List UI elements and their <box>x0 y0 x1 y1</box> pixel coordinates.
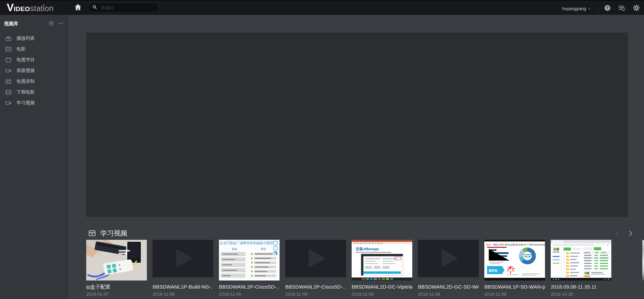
video-thumbnail[interactable]: 企业IT面临广域网变革的挑战与期望 挑战 期望 <box>219 240 280 281</box>
topbar-divider <box>598 4 598 13</box>
svg-text:$822.8M: $822.8M <box>524 256 531 258</box>
user-menu[interactable]: huyangyang <box>560 6 593 11</box>
video-thumbnail[interactable]: IDC：将近 65% 的企业将在未来18个月向SDWAN迁移 Total Mar… <box>484 240 545 281</box>
sidebar-item-tv-recordings[interactable]: REC 电视录制 <box>0 76 68 87</box>
video-card[interactable]: 安装vManage BBSDWANL2D-GC-Viptela… 2018-11… <box>352 240 412 297</box>
video-thumbnail[interactable] <box>153 240 213 277</box>
sidebar-item-label: 家庭视频 <box>17 68 35 74</box>
sidebar: 视频库 播放列表 电影 电视节目 家庭视频 REC 电视录制 下载电 <box>0 15 68 299</box>
video-card[interactable]: BBSDWANL2D-GC-SD-WA… 2018-11-08 <box>418 240 479 297</box>
video-date: 2019-01-07 <box>86 292 147 297</box>
sidebar-item-label: 电视节目 <box>17 57 35 63</box>
video-card[interactable]: BBSDWANL1P-Build-NG-… 2018-11-08 <box>153 240 213 297</box>
search-box[interactable] <box>88 3 159 13</box>
video-date: 2018-11-08 <box>352 292 412 297</box>
help-icon: ? <box>604 4 611 13</box>
library-title: 视频库 <box>4 21 46 27</box>
carousel-prev-button[interactable] <box>613 230 622 238</box>
video-card[interactable]: BBSDWANL2P-CiscoSD-… 2018-11-08 <box>285 240 346 297</box>
camcorder-icon <box>5 99 12 107</box>
tv-icon <box>5 56 12 64</box>
video-title[interactable]: BBSDWANL1P-Build-NG-… <box>153 284 213 290</box>
video-date: 2018-11-08 <box>285 292 346 297</box>
video-title[interactable]: BBSDWANL2P-CiscoSD-… <box>285 284 346 290</box>
video-date: 2018-11-08 <box>418 292 479 297</box>
video-card[interactable]: ip盒子配置 2019-01-07 <box>86 240 147 297</box>
sidebar-item-label: 学习视频 <box>17 100 35 106</box>
video-title[interactable]: BBSDWANL2D-GC-Viptela… <box>352 284 412 290</box>
movie-icon <box>5 88 12 96</box>
home-button[interactable] <box>72 2 84 14</box>
svg-text:65%: 65% <box>489 268 497 273</box>
sidebar-item-downloaded-movies[interactable]: 下载电影 <box>0 87 68 98</box>
video-title[interactable]: ip盒子配置 <box>86 284 147 290</box>
carousel-next-button[interactable] <box>626 230 635 238</box>
tv-rec-icon: REC <box>5 78 12 85</box>
topbar-right-cluster: huyangyang ? <box>560 1 641 15</box>
logo-red-dot: i <box>43 4 44 13</box>
svg-text:挑战: 挑战 <box>231 248 237 251</box>
svg-text:Total Market: Total Market <box>523 254 532 256</box>
settings-button[interactable] <box>631 3 641 13</box>
sidebar-item-label: 电影 <box>17 46 26 52</box>
video-thumbnail[interactable] <box>551 240 611 281</box>
svg-text:IDC：将近 65% 的企业将在未来18个月向SDWAN迁移: IDC：将近 65% 的企业将在未来18个月向SDWAN迁移 <box>486 243 545 246</box>
logo-station: station <box>30 4 54 13</box>
app-logo: VIDEOstation <box>7 2 54 13</box>
queue-icon <box>618 4 626 13</box>
svg-text:期望: 期望 <box>261 248 266 251</box>
video-carousel: ip盒子配置 2019-01-07 BBSDWANL1P-Build-NG-… … <box>86 240 611 297</box>
sidebar-item-home-videos[interactable]: 家庭视频 <box>0 65 68 76</box>
svg-text:▲ 83.5%: ▲ 83.5% <box>524 258 530 260</box>
chevron-left-icon <box>614 230 621 238</box>
collection-box-icon <box>88 229 96 237</box>
home-icon <box>74 3 82 13</box>
svg-text:安装vManage: 安装vManage <box>356 247 379 251</box>
video-thumbnail[interactable] <box>86 240 147 281</box>
video-thumbnail[interactable] <box>285 240 346 277</box>
video-date: 2018-11-08 <box>484 292 545 297</box>
svg-text:企业IT面临广域网变革的挑战与期望: 企业IT面临广域网变革的挑战与期望 <box>220 241 273 245</box>
add-library-button[interactable] <box>47 20 55 28</box>
sidebar-item-label: 电视录制 <box>17 78 35 84</box>
caret-down-icon <box>588 6 591 11</box>
library-more-button[interactable] <box>57 20 65 28</box>
svg-text:REC: REC <box>7 81 10 83</box>
video-title[interactable]: BBSDWANL2D-GC-SD-WA… <box>418 284 479 290</box>
movie-icon <box>5 45 12 53</box>
camcorder-icon <box>5 67 12 74</box>
video-title[interactable]: BBSDWANL1P-SD-WAN-p… <box>484 284 545 290</box>
video-title[interactable]: BBSDWANL2P-CiscoSD-… <box>219 284 280 290</box>
more-dots-icon <box>58 21 64 28</box>
video-thumbnail[interactable] <box>418 240 479 277</box>
sidebar-item-playlists[interactable]: 播放列表 <box>0 33 68 44</box>
video-thumbnail[interactable]: 安装vManage <box>352 240 412 281</box>
sidebar-item-movies[interactable]: 电影 <box>0 44 68 54</box>
help-button[interactable]: ? <box>602 3 612 13</box>
svg-text:?: ? <box>606 5 608 10</box>
video-card[interactable]: 2018.09.08-11.35.11 2018-10-30 <box>551 240 611 297</box>
section-header: 学习视频 <box>88 229 127 238</box>
logo-v: V <box>7 2 14 13</box>
chevron-right-icon <box>627 230 634 238</box>
library-list: 播放列表 电影 电视节目 家庭视频 REC 电视录制 下载电影 学习视频 <box>0 33 68 108</box>
gear-icon <box>633 4 640 13</box>
video-card[interactable]: 企业IT面临广域网变革的挑战与期望 挑战 期望 BBSDWANL2P-Cisco… <box>219 240 280 297</box>
video-date: 2018-10-30 <box>551 292 611 297</box>
video-title[interactable]: 2018.09.08-11.35.11 <box>551 284 611 290</box>
sidebar-header: 视频库 <box>0 18 68 30</box>
search-input[interactable] <box>100 5 152 11</box>
logo-ideo: IDEO <box>14 5 30 13</box>
sidebar-item-label: 播放列表 <box>17 35 35 41</box>
sidebar-item-label: 下载电影 <box>17 89 35 95</box>
search-icon <box>92 5 97 11</box>
video-card[interactable]: IDC：将近 65% 的企业将在未来18个月向SDWAN迁移 Total Mar… <box>484 240 545 297</box>
sidebar-item-tv-shows[interactable]: 电视节目 <box>0 54 68 65</box>
video-date: 2018-11-08 <box>153 292 213 297</box>
partial-next-thumbnail <box>642 240 644 280</box>
video-station-app: VIDEOstation huyangyang ? <box>0 0 644 299</box>
queue-button[interactable] <box>617 3 627 13</box>
sidebar-item-study-videos[interactable]: 学习视频 <box>0 98 68 108</box>
section-title: 学习视频 <box>100 229 127 238</box>
plus-circle-icon <box>49 21 54 28</box>
